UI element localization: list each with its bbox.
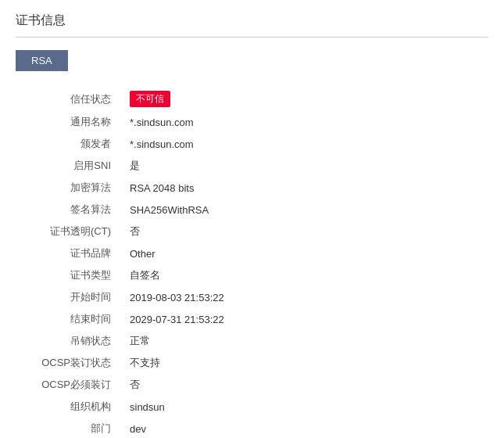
field-label: 加密算法 — [16, 177, 117, 199]
table-row: OCSP装订状态不支持 — [16, 352, 488, 374]
page-title: 证书信息 — [16, 13, 488, 38]
table-row: 通用名称*.sindsun.com — [16, 111, 488, 133]
field-value: SHA256WithRSA — [117, 199, 488, 221]
field-value: RSA 2048 bits — [117, 177, 488, 199]
field-value: dev — [117, 418, 488, 438]
field-label: 证书透明(CT) — [16, 221, 117, 242]
field-label: 颁发者 — [16, 133, 117, 155]
table-row: 证书类型自签名 — [16, 264, 488, 286]
field-value: 是 — [117, 155, 488, 177]
field-label: 签名算法 — [16, 199, 117, 221]
tab-rsa[interactable]: RSA — [16, 50, 68, 71]
tab-bar: RSA — [16, 50, 488, 71]
field-value: *.sindsun.com — [117, 133, 488, 155]
table-row: 部门dev — [16, 418, 488, 438]
field-label: 结束时间 — [16, 308, 117, 330]
field-value: 不可信 — [117, 87, 488, 111]
field-label: 启用SNI — [16, 155, 117, 177]
field-label: 部门 — [16, 418, 117, 438]
field-value: 正常 — [117, 330, 488, 352]
field-value: Other — [117, 242, 488, 264]
field-value: 否 — [117, 374, 488, 396]
table-row: 组织机构sindsun — [16, 396, 488, 418]
field-label: 证书品牌 — [16, 242, 117, 264]
field-value: 否 — [117, 221, 488, 242]
field-label: 证书类型 — [16, 264, 117, 286]
field-label: OCSP装订状态 — [16, 352, 117, 374]
info-table: 信任状态不可信通用名称*.sindsun.com颁发者*.sindsun.com… — [16, 87, 488, 438]
page-container: 证书信息 RSA 信任状态不可信通用名称*.sindsun.com颁发者*.si… — [0, 0, 504, 438]
field-value: 2029-07-31 21:53:22 — [117, 308, 488, 330]
field-value: 不支持 — [117, 352, 488, 374]
field-label: 通用名称 — [16, 111, 117, 133]
trust-status-badge: 不可信 — [130, 91, 170, 107]
field-value: *.sindsun.com — [117, 111, 488, 133]
field-label: 开始时间 — [16, 286, 117, 308]
table-row: 开始时间2019-08-03 21:53:22 — [16, 286, 488, 308]
field-label: 信任状态 — [16, 87, 117, 111]
table-row: 加密算法RSA 2048 bits — [16, 177, 488, 199]
table-row: 签名算法SHA256WithRSA — [16, 199, 488, 221]
table-row: 吊销状态正常 — [16, 330, 488, 352]
table-row: 证书品牌Other — [16, 242, 488, 264]
field-label: 吊销状态 — [16, 330, 117, 352]
table-row: 颁发者*.sindsun.com — [16, 133, 488, 155]
table-row: 启用SNI是 — [16, 155, 488, 177]
table-row: OCSP必须装订否 — [16, 374, 488, 396]
field-value: sindsun — [117, 396, 488, 418]
field-value: 自签名 — [117, 264, 488, 286]
table-row: 证书透明(CT)否 — [16, 221, 488, 242]
field-label: 组织机构 — [16, 396, 117, 418]
field-label: OCSP必须装订 — [16, 374, 117, 396]
field-value: 2019-08-03 21:53:22 — [117, 286, 488, 308]
table-row: 结束时间2029-07-31 21:53:22 — [16, 308, 488, 330]
table-row: 信任状态不可信 — [16, 87, 488, 111]
